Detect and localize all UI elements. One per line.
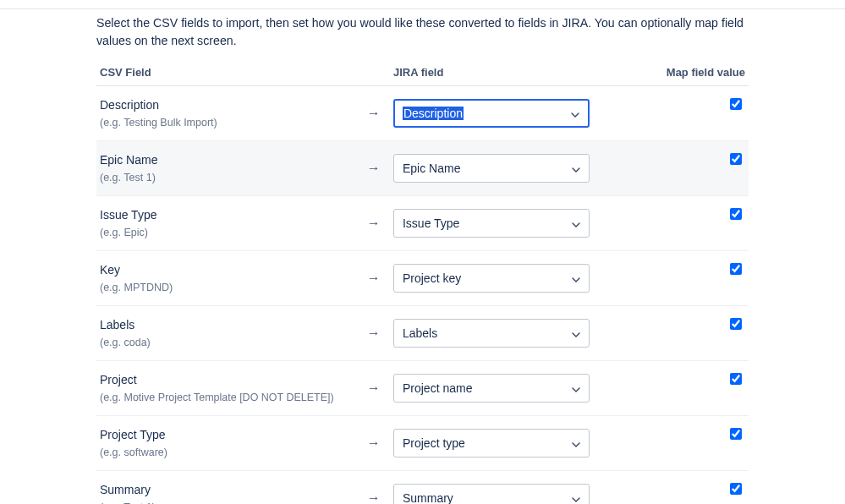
- spacer-cell: [612, 196, 650, 251]
- spacer-cell: [612, 471, 650, 504]
- jira-field-select[interactable]: Project type: [393, 429, 590, 457]
- chevron-down-icon: [572, 326, 580, 340]
- csv-field-name: Project Type: [100, 428, 354, 441]
- csv-field-name: Project: [100, 373, 354, 386]
- jira-field-cell: Labels: [390, 306, 612, 361]
- map-field-value-checkbox[interactable]: [730, 428, 742, 440]
- header-spacer: [612, 61, 650, 86]
- csv-field-cell: Project Type(e.g. software): [96, 416, 357, 471]
- top-divider: [0, 8, 845, 9]
- jira-field-value: Issue Type: [403, 216, 459, 230]
- csv-field-name: Description: [100, 98, 354, 112]
- csv-field-name: Epic Name: [100, 153, 354, 167]
- header-arrow-spacer: [357, 61, 390, 86]
- chevron-down-icon: [572, 381, 580, 395]
- jira-field-cell: Description: [390, 86, 612, 141]
- csv-import-mapping-page: Select the CSV fields to import, then se…: [0, 0, 845, 504]
- arrow-icon: →: [357, 251, 390, 306]
- map-value-cell: [650, 306, 749, 361]
- map-field-value-checkbox[interactable]: [730, 263, 742, 275]
- jira-field-value: Epic Name: [403, 162, 460, 175]
- map-value-cell: [650, 416, 749, 471]
- jira-field-value: Summary: [403, 491, 453, 504]
- chevron-down-icon: [572, 436, 580, 450]
- jira-field-select[interactable]: Epic Name: [393, 154, 590, 183]
- arrow-icon: →: [357, 141, 390, 196]
- jira-field-select[interactable]: Summary: [393, 484, 590, 504]
- csv-field-example: (e.g. software): [100, 446, 354, 458]
- spacer-cell: [612, 306, 650, 361]
- jira-field-value: Project type: [403, 436, 465, 450]
- csv-field-name: Labels: [100, 318, 354, 331]
- csv-field-example: (e.g. Test 1): [100, 172, 354, 184]
- chevron-down-icon: [572, 491, 580, 504]
- jira-field-cell: Summary: [390, 471, 612, 504]
- spacer-cell: [612, 141, 650, 196]
- csv-field-cell: Summary(e.g. Test 1): [96, 471, 357, 504]
- content-container: Select the CSV fields to import, then se…: [0, 14, 845, 504]
- table-row: Project Type(e.g. software)→Project type: [96, 416, 749, 471]
- chevron-down-icon: [572, 216, 580, 230]
- spacer-cell: [612, 416, 650, 471]
- table-row: Issue Type(e.g. Epic)→Issue Type: [96, 196, 749, 251]
- csv-field-cell: Description(e.g. Testing Bulk Import): [96, 86, 357, 141]
- jira-field-value: Project key: [403, 271, 461, 285]
- csv-field-example: (e.g. coda): [100, 337, 354, 348]
- csv-field-example: (e.g. Epic): [100, 227, 354, 238]
- arrow-icon: →: [357, 196, 390, 251]
- arrow-icon: →: [357, 361, 390, 416]
- csv-field-name: Summary: [100, 483, 354, 496]
- map-value-cell: [650, 141, 749, 196]
- header-csv-field: CSV Field: [96, 61, 357, 86]
- chevron-down-icon: [571, 107, 579, 120]
- jira-field-cell: Project type: [390, 416, 612, 471]
- arrow-icon: →: [357, 416, 390, 471]
- map-value-cell: [650, 86, 749, 141]
- table-row: Key(e.g. MPTDND)→Project key: [96, 251, 749, 306]
- table-row: Labels(e.g. coda)→Labels: [96, 306, 749, 361]
- csv-field-cell: Issue Type(e.g. Epic): [96, 196, 357, 251]
- csv-field-example: (e.g. Motive Project Template [DO NOT DE…: [100, 392, 354, 403]
- arrow-icon: →: [357, 86, 390, 141]
- table-row: Summary(e.g. Test 1)→Summary: [96, 471, 749, 504]
- header-jira-field: JIRA field: [390, 61, 612, 86]
- jira-field-value: Project name: [403, 381, 472, 395]
- csv-field-cell: Project(e.g. Motive Project Template [DO…: [96, 361, 357, 416]
- jira-field-select[interactable]: Labels: [393, 319, 590, 348]
- spacer-cell: [612, 86, 650, 141]
- spacer-cell: [612, 251, 650, 306]
- table-row: Description(e.g. Testing Bulk Import)→De…: [96, 86, 749, 141]
- jira-field-select[interactable]: Description: [393, 99, 590, 128]
- map-value-cell: [650, 251, 749, 306]
- csv-field-cell: Key(e.g. MPTDND): [96, 251, 357, 306]
- jira-field-value: Labels: [403, 326, 437, 340]
- jira-field-select[interactable]: Project name: [393, 374, 590, 403]
- map-value-cell: [650, 361, 749, 416]
- mapping-table: CSV Field JIRA field Map field value Des…: [96, 61, 749, 504]
- table-row: Epic Name(e.g. Test 1)→Epic Name: [96, 141, 749, 196]
- map-field-value-checkbox[interactable]: [730, 483, 742, 495]
- jira-field-cell: Epic Name: [390, 141, 612, 196]
- jira-field-cell: Project key: [390, 251, 612, 306]
- csv-field-name: Key: [100, 263, 354, 277]
- arrow-icon: →: [357, 471, 390, 504]
- map-field-value-checkbox[interactable]: [730, 208, 742, 220]
- chevron-down-icon: [572, 271, 580, 285]
- csv-field-example: (e.g. Testing Bulk Import): [100, 117, 354, 129]
- csv-field-cell: Epic Name(e.g. Test 1): [96, 141, 357, 196]
- table-row: Project(e.g. Motive Project Template [DO…: [96, 361, 749, 416]
- jira-field-select[interactable]: Project key: [393, 264, 590, 293]
- intro-text: Select the CSV fields to import, then se…: [96, 14, 749, 49]
- header-map-field-value: Map field value: [650, 61, 749, 86]
- chevron-down-icon: [572, 162, 580, 175]
- arrow-icon: →: [357, 306, 390, 361]
- map-field-value-checkbox[interactable]: [730, 318, 742, 330]
- jira-field-cell: Issue Type: [390, 196, 612, 251]
- jira-field-select[interactable]: Issue Type: [393, 209, 590, 238]
- jira-field-cell: Project name: [390, 361, 612, 416]
- map-field-value-checkbox[interactable]: [730, 153, 742, 165]
- csv-field-name: Issue Type: [100, 208, 354, 222]
- map-field-value-checkbox[interactable]: [730, 98, 742, 110]
- spacer-cell: [612, 361, 650, 416]
- map-field-value-checkbox[interactable]: [730, 373, 742, 385]
